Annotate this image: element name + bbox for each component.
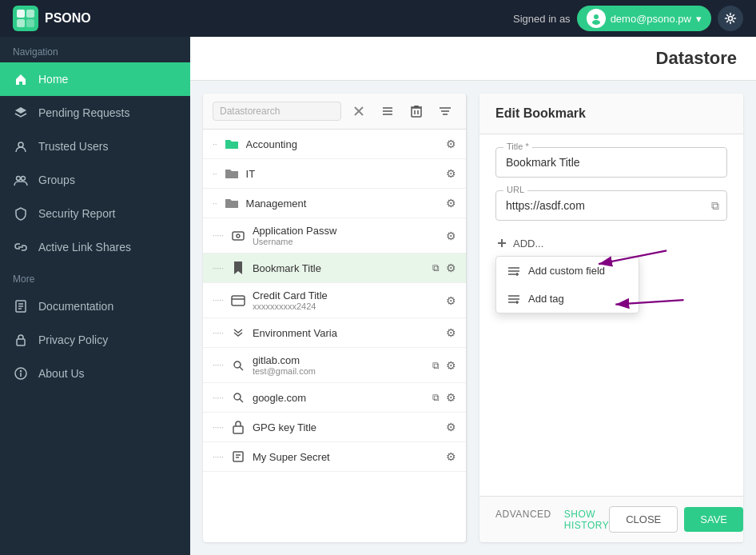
svg-rect-35 <box>232 296 245 305</box>
svg-rect-25 <box>412 108 421 117</box>
settings-button[interactable] <box>718 6 743 31</box>
item-actions: ⚙ <box>446 138 456 150</box>
gear-icon[interactable]: ⚙ <box>446 138 456 150</box>
list-item[interactable]: ····· Bookmark Title ⧉ ⚙ <box>203 254 466 283</box>
item-actions: ⚙ <box>446 450 456 463</box>
item-sub: Username <box>253 237 440 246</box>
indent-dots: ····· <box>213 231 224 240</box>
list-item[interactable]: ····· google.com ⧉ ⚙ <box>203 383 466 413</box>
footer-links: ADVANCED SHOW HISTORY <box>495 509 609 531</box>
gear-icon[interactable]: ⚙ <box>446 262 456 274</box>
item-name: Environment Varia <box>253 327 440 339</box>
title-input[interactable] <box>495 147 727 178</box>
list-item[interactable]: ····· Environment Varia ⚙ <box>203 318 466 348</box>
gear-icon[interactable]: ⚙ <box>446 450 456 463</box>
sidebar-item-groups[interactable]: Groups <box>0 163 190 197</box>
list-item[interactable]: ····· Credit Card Title xxxxxxxxxx2424 ⚙ <box>203 283 466 318</box>
clear-search-button[interactable] <box>348 100 370 122</box>
item-info: Environment Varia <box>253 327 440 339</box>
dropdown-arrow: ▾ <box>696 13 702 25</box>
indent-dots: ·· <box>213 170 217 178</box>
collapse-all-button[interactable] <box>376 100 399 122</box>
nav-label: Navigation <box>0 37 190 62</box>
gear-icon[interactable]: ⚙ <box>446 294 456 307</box>
sidebar-item-documentation[interactable]: Documentation <box>0 289 190 323</box>
indent-dots: ····· <box>213 361 224 369</box>
gear-icon[interactable]: ⚙ <box>446 197 456 210</box>
search-placeholder: Datastorearch <box>220 106 280 117</box>
item-name: Application Passw <box>253 225 440 237</box>
app-name: PSONO <box>45 11 91 26</box>
indent-dots: ····· <box>213 423 224 432</box>
main-layout: Navigation Home Pending Requests Trusted… <box>0 37 756 555</box>
sidebar: Navigation Home Pending Requests Trusted… <box>0 37 190 555</box>
close-button[interactable]: CLOSE <box>609 506 678 533</box>
url-external-link-icon[interactable]: ⧉ <box>711 199 719 213</box>
list-item[interactable]: ····· GPG key Title ⚙ <box>203 413 466 442</box>
svg-rect-2 <box>26 10 34 18</box>
datastore-toolbar: Datastorearch <box>203 94 466 130</box>
item-info: My Super Secret <box>253 451 440 463</box>
gear-icon[interactable]: ⚙ <box>446 167 456 180</box>
gear-icon[interactable]: ⚙ <box>446 326 456 339</box>
item-info: google.com <box>253 392 426 404</box>
search-icon <box>230 357 246 373</box>
item-info: Application Passw Username <box>253 225 440 246</box>
indent-dots: ·· <box>213 140 217 149</box>
url-label: URL <box>503 185 527 194</box>
datastore-search[interactable]: Datastorearch <box>213 102 341 121</box>
sidebar-item-active-link-shares[interactable]: Active Link Shares <box>0 230 190 264</box>
sidebar-item-security-report[interactable]: Security Report <box>0 197 190 230</box>
svg-rect-33 <box>233 232 244 240</box>
svg-rect-16 <box>17 339 25 345</box>
item-sub: test@gmail.com <box>253 366 426 376</box>
user-email: demo@psono.pw <box>611 13 691 25</box>
svg-point-8 <box>18 142 23 147</box>
sidebar-item-trusted-users[interactable]: Trusted Users <box>0 130 190 163</box>
list-item[interactable]: ····· My Super Secret ⚙ <box>203 442 466 472</box>
svg-point-6 <box>592 20 600 25</box>
list-item[interactable]: ·· IT ⚙ <box>203 159 466 189</box>
list-item[interactable]: ·· Accounting ⚙ <box>203 130 466 159</box>
security-icon <box>13 206 29 222</box>
add-custom-field-item[interactable]: Add custom field <box>496 257 639 285</box>
gear-icon[interactable]: ⚙ <box>446 391 456 404</box>
advanced-link[interactable]: ADVANCED <box>495 509 551 531</box>
gear-icon[interactable]: ⚙ <box>446 230 456 242</box>
external-link-icon[interactable]: ⧉ <box>432 262 440 274</box>
item-actions: ⧉ ⚙ <box>432 391 456 404</box>
folder-icon <box>224 166 240 182</box>
gear-icon[interactable]: ⚙ <box>446 421 456 433</box>
svg-point-10 <box>22 177 26 181</box>
external-link-icon[interactable]: ⧉ <box>432 360 440 371</box>
sidebar-item-about-us[interactable]: About Us <box>0 357 190 390</box>
sidebar-label-about: About Us <box>38 367 85 380</box>
list-item[interactable]: ····· Application Passw Username ⚙ <box>203 218 466 254</box>
sidebar-item-pending-requests[interactable]: Pending Requests <box>0 96 190 130</box>
filter-button[interactable] <box>434 100 456 122</box>
header-right: Signed in as demo@psono.pw ▾ <box>513 6 743 31</box>
sidebar-label-documentation: Documentation <box>38 300 113 313</box>
gear-icon[interactable]: ⚙ <box>446 359 456 372</box>
show-history-link[interactable]: SHOW HISTORY <box>564 509 609 531</box>
signed-in-label: Signed in as <box>513 13 571 25</box>
groups-icon <box>13 172 29 188</box>
add-button[interactable]: ADD... <box>495 234 727 253</box>
svg-rect-3 <box>17 19 25 27</box>
item-name: GPG key Title <box>253 421 440 433</box>
sidebar-item-privacy-policy[interactable]: Privacy Policy <box>0 323 190 357</box>
title-label: Title * <box>503 142 532 151</box>
user-badge[interactable]: demo@psono.pw ▾ <box>577 6 711 31</box>
title-field-group: Title * <box>495 147 727 178</box>
env-icon <box>230 325 246 341</box>
list-item[interactable]: ····· gitlab.com test@gmail.com ⧉ ⚙ <box>203 348 466 383</box>
sidebar-label-privacy: Privacy Policy <box>38 333 108 346</box>
add-tag-item[interactable]: Add tag <box>496 285 639 313</box>
list-item[interactable]: ·· Management ⚙ <box>203 189 466 218</box>
sidebar-item-home[interactable]: Home <box>0 62 190 96</box>
save-button[interactable]: SAVE <box>684 507 743 532</box>
delete-button[interactable] <box>405 100 428 122</box>
search-icon <box>230 389 246 405</box>
url-input[interactable] <box>495 190 727 221</box>
external-link-icon[interactable]: ⧉ <box>432 392 440 403</box>
